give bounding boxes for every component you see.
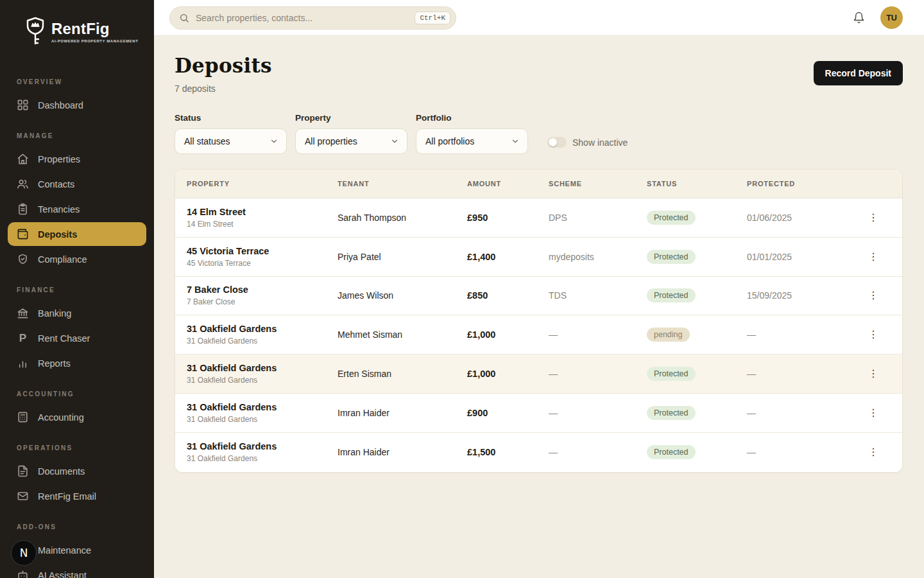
row-scheme: — [549,408,558,418]
row-property-sub: 14 Elm Street [187,220,326,229]
table-row[interactable]: 31 Oakfield Gardens 31 Oakfield Gardens … [175,394,902,433]
sidebar-item-deposits[interactable]: Deposits [8,222,146,246]
column-header-scheme: SCHEME [537,180,635,188]
row-protected-date: 01/06/2025 [747,213,792,223]
sidebar-item-label: Properties [38,154,80,164]
status-filter-value: All statuses [184,136,230,146]
show-inactive-toggle[interactable] [547,137,567,148]
table-row[interactable]: 45 Victoria Terrace 45 Victoria Terrace … [175,238,902,277]
table-row[interactable]: 31 Oakfield Gardens 31 Oakfield Gardens … [175,433,902,472]
row-tenant: Imran Haider [338,408,389,418]
row-status-badge: Protected [647,445,696,459]
row-status-badge: pending [647,328,690,342]
row-property-sub: 31 Oakfield Gardens [187,454,326,463]
row-scheme: mydeposits [549,252,594,262]
sidebar-section: MANAGEPropertiesContactsTenanciesDeposit… [0,123,154,271]
status-filter-select[interactable]: All statuses [175,128,287,154]
sidebar-item-label: Rent Chaser [38,333,90,344]
property-filter-select[interactable]: All properties [295,128,407,154]
sidebar: RentFig AI-POWERED PROPERTY MANAGEMENT O… [0,0,154,578]
sidebar-item-label: AI Assistant [38,570,87,578]
row-actions-kebab-icon[interactable]: ⋮ [863,443,884,461]
sidebar-section-label: FINANCE [0,277,154,300]
sidebar-section-label: MANAGE [0,123,154,146]
brand-logo: RentFig AI-POWERED PROPERTY MANAGEMENT [0,17,154,46]
sidebar-item-properties[interactable]: Properties [8,147,146,171]
sidebar-item-label: RentFig Email [38,491,96,502]
global-search[interactable]: Ctrl+K [169,6,456,30]
sidebar-item-label: Accounting [38,412,84,423]
row-protected-date: — [747,408,756,418]
sidebar-item-ai-assistant[interactable]: AI Assistant [8,563,146,578]
table-row[interactable]: 7 Baker Close 7 Baker Close James Wilson… [175,277,902,316]
wallet-icon [17,228,29,240]
row-property-name: 31 Oakfield Gardens [187,402,326,412]
sidebar-item-rent-chaser[interactable]: PRent Chaser [8,326,146,350]
column-header-property: PROPERTY [175,180,326,188]
row-scheme: DPS [549,213,567,223]
user-avatar[interactable]: TU [880,6,903,29]
chevron-down-icon [511,137,520,146]
sidebar-item-dashboard[interactable]: Dashboard [8,93,146,117]
table-header-row: PROPERTY TENANT AMOUNT SCHEME STATUS PRO… [175,170,902,198]
sidebar-item-label: Compliance [38,254,87,265]
row-actions-kebab-icon[interactable]: ⋮ [863,209,884,227]
row-status-badge: Protected [647,250,696,264]
mail-icon [17,490,29,502]
row-amount: £1,000 [467,329,495,340]
row-property-name: 45 Victoria Terrace [187,246,326,256]
notifications-bell-icon[interactable] [852,12,865,24]
property-filter-value: All properties [305,136,357,146]
sidebar-item-contacts[interactable]: Contacts [8,172,146,196]
shortcut-chip: Ctrl+K [415,12,450,24]
row-actions-kebab-icon[interactable]: ⋮ [863,404,884,422]
row-protected-date: — [747,329,756,340]
nextjs-dev-badge[interactable]: N [11,540,37,566]
row-amount: £1,400 [467,252,495,262]
row-actions-kebab-icon[interactable]: ⋮ [863,365,884,383]
sidebar-item-label: Reports [38,358,71,369]
sidebar-item-label: Documents [38,466,85,477]
row-actions-kebab-icon[interactable]: ⋮ [863,286,884,304]
row-property-name: 31 Oakfield Gardens [187,363,326,373]
sidebar-item-rentfig-email[interactable]: RentFig Email [8,484,146,508]
calculator-icon [17,411,29,423]
bank-icon [17,307,29,319]
sidebar-item-documents[interactable]: Documents [8,459,146,483]
sidebar-item-accounting[interactable]: Accounting [8,405,146,429]
row-tenant: Sarah Thompson [338,213,406,223]
sidebar-section-label: ADD-ONS [0,514,154,537]
row-actions-kebab-icon[interactable]: ⋮ [863,326,884,344]
row-scheme: — [549,447,558,457]
main-area: Ctrl+K TU Deposits 7 deposits Record Dep… [154,0,924,578]
chevron-down-icon [270,137,278,146]
content: Deposits 7 deposits Record Deposit Statu… [154,36,924,578]
row-amount: £1,000 [467,369,495,379]
deposits-table: PROPERTY TENANT AMOUNT SCHEME STATUS PRO… [175,169,903,473]
portfolio-filter-select[interactable]: All portfolios [416,128,528,154]
table-body: 14 Elm Street 14 Elm Street Sarah Thomps… [175,198,902,472]
sidebar-item-banking[interactable]: Banking [8,301,146,325]
search-input[interactable] [196,13,408,23]
row-property-name: 7 Baker Close [187,285,326,295]
table-row[interactable]: 31 Oakfield Gardens 31 Oakfield Gardens … [175,355,902,394]
row-property-name: 31 Oakfield Gardens [187,441,326,451]
bar-chart-icon [17,357,29,369]
brand-name: RentFig [51,20,138,38]
row-protected-date: 15/09/2025 [747,290,792,301]
sidebar-section: FINANCEBankingPRent ChaserReports [0,277,154,375]
sidebar-item-label: Maintenance [38,545,91,556]
shield-check-icon [17,253,29,265]
sidebar-item-compliance[interactable]: Compliance [8,247,146,271]
sidebar-item-reports[interactable]: Reports [8,351,146,375]
sidebar-section-label: OPERATIONS [0,435,154,458]
row-tenant: James Wilson [338,290,393,301]
row-actions-kebab-icon[interactable]: ⋮ [863,248,884,266]
row-status-badge: Protected [647,288,696,302]
table-row[interactable]: 14 Elm Street 14 Elm Street Sarah Thomps… [175,198,902,238]
sidebar-item-tenancies[interactable]: Tenancies [8,197,146,221]
table-row[interactable]: 31 Oakfield Gardens 31 Oakfield Gardens … [175,315,902,355]
row-property-sub: 31 Oakfield Gardens [187,415,326,424]
filters-bar: Status All statuses Property All propert… [175,113,903,154]
record-deposit-button[interactable]: Record Deposit [814,61,903,85]
